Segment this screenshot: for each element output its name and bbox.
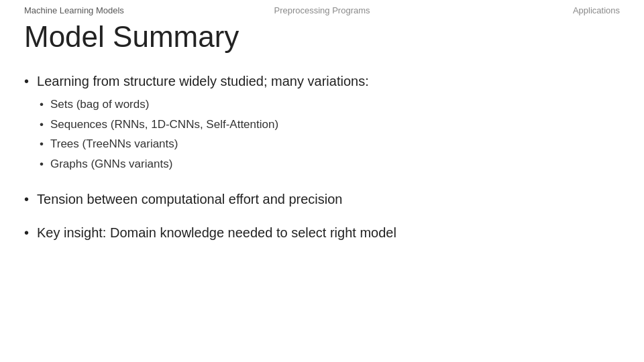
sub-text-1-3: Trees (TreeNNs variants) [50, 135, 178, 153]
bullet-dot-3: • [24, 223, 29, 242]
sub-bullets-1: • Sets (bag of words) • Sequences (RNNs,… [40, 96, 369, 172]
bullet-section-2: • Tension between computational effort a… [24, 190, 620, 208]
sub-dot-1-2: • [40, 116, 44, 133]
bullet-section-3: • Key insight: Domain knowledge needed t… [24, 223, 620, 242]
bullet-text-2: Tension between computational effort and… [37, 190, 342, 208]
sub-text-1-4: Graphs (GNNs variants) [50, 156, 172, 173]
bullet-section-1: • Learning from structure widely studied… [24, 72, 620, 175]
slide-title: Model Summary [24, 21, 620, 53]
sub-bullet-1-2: • Sequences (RNNs, 1D-CNNs, Self-Attenti… [40, 116, 369, 133]
bullet-1: • Learning from structure widely studied… [24, 72, 620, 175]
nav-center-label: Preprocessing Programs [274, 5, 370, 15]
bullet-dot-2: • [24, 190, 29, 208]
sub-bullet-1-1: • Sets (bag of words) [40, 96, 369, 113]
sub-dot-1-4: • [40, 156, 44, 173]
nav-right-label: Applications [573, 5, 620, 15]
sub-dot-1-3: • [40, 135, 44, 153]
sub-bullet-1-4: • Graphs (GNNs variants) [40, 156, 369, 173]
sub-text-1-2: Sequences (RNNs, 1D-CNNs, Self-Attention… [50, 116, 278, 133]
main-content: Model Summary • Learning from structure … [0, 18, 644, 270]
sub-dot-1-1: • [40, 96, 44, 113]
bullet-2: • Tension between computational effort a… [24, 190, 620, 208]
nav-left-label: Machine Learning Models [24, 5, 124, 15]
bullet-dot-1: • [24, 72, 29, 90]
nav-bar: Machine Learning Models Preprocessing Pr… [0, 0, 644, 18]
bullet-text-3: Key insight: Domain knowledge needed to … [37, 223, 396, 242]
bullet-3: • Key insight: Domain knowledge needed t… [24, 223, 620, 242]
bullet-text-1: Learning from structure widely studied; … [37, 74, 369, 88]
sub-text-1-1: Sets (bag of words) [50, 96, 149, 113]
sub-bullet-1-3: • Trees (TreeNNs variants) [40, 135, 369, 153]
